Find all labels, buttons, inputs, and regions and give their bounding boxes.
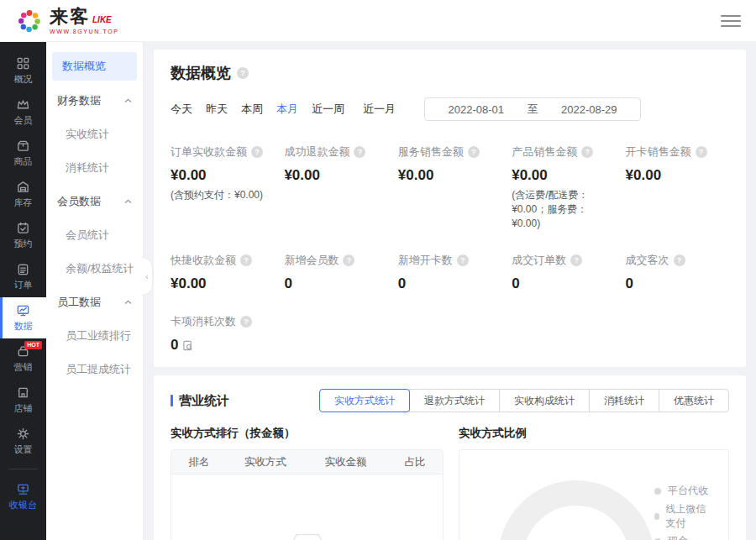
sidebar-item-inventory[interactable]: 库存 bbox=[0, 174, 46, 215]
main-content: 数据概览 今天 昨天 本周 本月 近一周 近一月 2022-08-01 至 20… bbox=[144, 42, 756, 540]
sidebar-item-orders[interactable]: 订单 bbox=[0, 256, 46, 297]
submenu-item-staff-commission[interactable]: 员工提成统计 bbox=[46, 353, 143, 386]
filter-today[interactable]: 今天 bbox=[171, 102, 192, 117]
filter-yesterday[interactable]: 昨天 bbox=[206, 102, 228, 117]
empty-state: 暂无数据 bbox=[286, 528, 329, 540]
stat-value: ¥0.00 bbox=[512, 167, 615, 184]
tab-discount[interactable]: 优惠统计 bbox=[659, 389, 729, 412]
chevron-left-icon: ‹ bbox=[145, 272, 148, 281]
sidebar-item-marketing[interactable]: HOT 营销 bbox=[0, 338, 46, 380]
submenu-item-member-stats[interactable]: 会员统计 bbox=[46, 218, 143, 252]
help-icon[interactable] bbox=[240, 254, 252, 266]
legend-item[interactable]: 线上微信支付 bbox=[654, 502, 708, 531]
date-end[interactable]: 2022-08-29 bbox=[561, 103, 617, 116]
stat-value: ¥0.00 bbox=[171, 167, 274, 184]
stats-tab-group: 实收方式统计 退款方式统计 实收构成统计 消耗统计 优惠统计 bbox=[319, 389, 729, 412]
brand-name-en: LIKE bbox=[92, 16, 112, 26]
stat-value: 0 bbox=[398, 275, 501, 292]
tab-income-composition[interactable]: 实收构成统计 bbox=[499, 389, 590, 412]
sidebar-label: 库存 bbox=[14, 197, 33, 209]
menu-toggle-icon[interactable] bbox=[721, 13, 741, 29]
sidebar-item-settings[interactable]: 设置 bbox=[0, 421, 46, 462]
tab-income-method[interactable]: 实收方式统计 bbox=[319, 389, 410, 412]
stat-deal-customers: 成交客次 0 bbox=[626, 253, 729, 292]
sidebar-label: 订单 bbox=[14, 279, 33, 291]
grid-icon bbox=[16, 56, 30, 71]
col-amount: 实收金额 bbox=[304, 455, 387, 469]
submenu-item-income-stats[interactable]: 实收统计 bbox=[46, 118, 143, 151]
stat-new-members: 新增会员数 0 bbox=[284, 253, 387, 292]
help-icon[interactable] bbox=[251, 146, 263, 158]
app-logo[interactable]: 来客 LIKE WWW.8GYUN.TOP bbox=[15, 7, 119, 35]
sidebar-label: 数据 bbox=[14, 320, 33, 333]
ranking-table: 排名 实收方式 实收金额 占比 暂无数据 bbox=[171, 449, 444, 540]
tab-consume[interactable]: 消耗统计 bbox=[589, 389, 659, 412]
sidebar-label: 概况 bbox=[14, 73, 33, 86]
primary-sidebar: 概况 会员 商品 库存 预约 订单 数据 HOT 营销 bbox=[0, 42, 46, 540]
help-icon[interactable] bbox=[343, 254, 354, 266]
legend-item[interactable]: 现金 bbox=[654, 534, 708, 540]
submenu-item-balance-stats[interactable]: 余额/权益统计 bbox=[46, 252, 143, 286]
sidebar-item-cashier[interactable]: 收银台 bbox=[0, 476, 46, 517]
help-icon[interactable] bbox=[237, 67, 249, 79]
stat-value: ¥0.00 bbox=[398, 167, 501, 184]
date-filter-bar: 今天 昨天 本周 本月 近一周 近一月 2022-08-01 至 2022-08… bbox=[171, 97, 729, 121]
package-icon bbox=[16, 139, 30, 153]
stat-quick-payment: 快捷收款金额 ¥0.00 bbox=[171, 253, 274, 292]
help-icon[interactable] bbox=[240, 316, 252, 328]
help-icon[interactable] bbox=[696, 146, 707, 158]
submenu-group-label: 财务数据 bbox=[57, 93, 101, 108]
stat-order-income: 订单实收款金额 ¥0.00 (含预约支付：¥0.00) bbox=[171, 144, 274, 231]
top-header: 来客 LIKE WWW.8GYUN.TOP bbox=[0, 0, 756, 42]
donut-chart: 总金额 ¥0.00 平台代收 线上微信支付 现金 其他 微信（记账） 支付宝（记… bbox=[459, 449, 729, 540]
section-title: 营业统计 bbox=[179, 393, 229, 409]
submenu-item-data-overview[interactable]: 数据概览 bbox=[52, 52, 137, 81]
storefront-icon bbox=[16, 385, 30, 400]
submenu-group-staff[interactable]: 员工数据 bbox=[46, 286, 143, 319]
date-range-picker[interactable]: 2022-08-01 至 2022-08-29 bbox=[424, 97, 641, 121]
chevron-up-icon bbox=[124, 300, 132, 305]
ranking-title: 实收方式排行（按金额） bbox=[171, 426, 444, 441]
sidebar-label: 会员 bbox=[14, 114, 33, 127]
submenu-active-label: 数据概览 bbox=[62, 59, 106, 74]
tab-refund-method[interactable]: 退款方式统计 bbox=[409, 389, 500, 412]
date-start[interactable]: 2022-08-01 bbox=[449, 103, 505, 116]
sidebar-label: 预约 bbox=[14, 238, 33, 250]
sidebar-label: 商品 bbox=[14, 155, 33, 168]
filter-last-week[interactable]: 近一周 bbox=[312, 102, 344, 117]
help-icon[interactable] bbox=[468, 146, 480, 158]
clipboard-icon bbox=[16, 262, 30, 276]
help-icon[interactable] bbox=[570, 254, 582, 266]
sidebar-item-booking[interactable]: 预约 bbox=[0, 215, 46, 256]
sidebar-collapse-handle[interactable]: ‹ bbox=[142, 257, 153, 296]
sidebar-item-members[interactable]: 会员 bbox=[0, 92, 46, 133]
stat-new-cards: 新增开卡数 0 bbox=[398, 253, 501, 292]
col-ratio: 占比 bbox=[387, 455, 443, 469]
help-icon[interactable] bbox=[674, 254, 685, 266]
help-icon[interactable] bbox=[581, 146, 593, 158]
date-separator: 至 bbox=[528, 102, 538, 117]
help-icon[interactable] bbox=[457, 254, 469, 266]
gear-icon bbox=[16, 427, 30, 441]
filter-this-month[interactable]: 本月 bbox=[276, 102, 298, 117]
sidebar-item-data[interactable]: 数据 bbox=[0, 297, 46, 338]
help-icon[interactable] bbox=[354, 146, 365, 158]
sidebar-item-overview[interactable]: 概况 bbox=[0, 50, 46, 92]
submenu-item-staff-ranking[interactable]: 员工业绩排行 bbox=[46, 319, 143, 353]
sidebar-divider bbox=[8, 469, 38, 469]
submenu-item-consume-stats[interactable]: 消耗统计 bbox=[46, 151, 143, 185]
filter-last-month[interactable]: 近一月 bbox=[363, 102, 396, 117]
monitor-chart-icon bbox=[16, 303, 30, 317]
sidebar-item-shop[interactable]: 店铺 bbox=[0, 380, 46, 421]
submenu-group-finance[interactable]: 财务数据 bbox=[46, 84, 143, 118]
detail-view-icon[interactable] bbox=[182, 340, 193, 351]
stat-value: ¥0.00 bbox=[626, 167, 729, 184]
stat-value: 0 bbox=[512, 275, 615, 292]
submenu-group-label: 会员数据 bbox=[57, 194, 101, 209]
submenu-group-label: 员工数据 bbox=[57, 295, 101, 310]
filter-this-week[interactable]: 本周 bbox=[241, 102, 263, 117]
sidebar-label: 收银台 bbox=[9, 499, 37, 511]
sidebar-item-goods[interactable]: 商品 bbox=[0, 133, 46, 174]
submenu-group-member[interactable]: 会员数据 bbox=[46, 185, 143, 218]
legend-item[interactable]: 平台代收 bbox=[654, 484, 708, 498]
